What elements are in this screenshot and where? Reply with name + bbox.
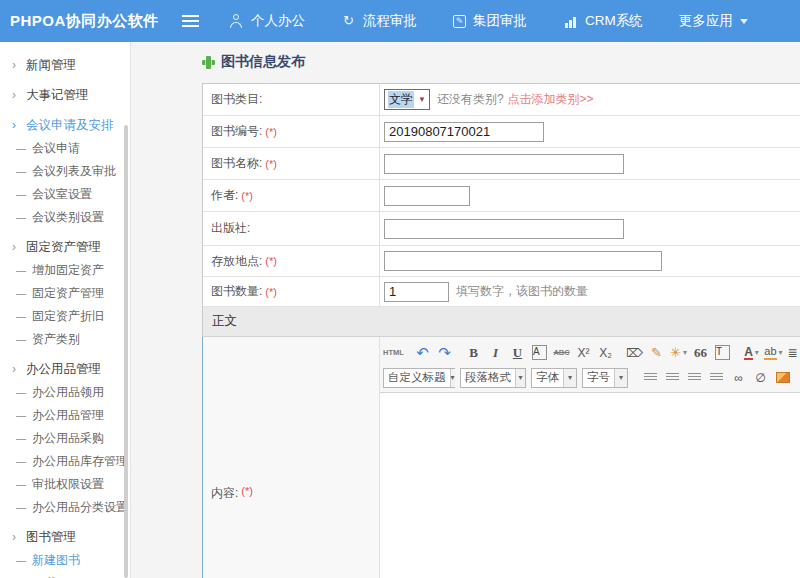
publisher-input[interactable]: [384, 219, 624, 239]
sidebar-item-child[interactable]: —会议类别设置: [0, 206, 130, 229]
align-right-icon[interactable]: [684, 368, 705, 388]
italic-icon[interactable]: I: [485, 343, 506, 363]
strikethrough-icon: ABC: [553, 348, 569, 357]
location-input[interactable]: [384, 251, 662, 271]
dash-icon: —: [16, 311, 32, 322]
add-category-link[interactable]: 点击添加类别>>: [508, 91, 594, 108]
chevron-right-icon: ›: [12, 118, 26, 132]
sidebar-item-child[interactable]: —固定资产折旧: [0, 305, 130, 328]
sidebar-item-child[interactable]: —办公用品采购: [0, 427, 130, 450]
insert-image-icon[interactable]: [772, 368, 793, 388]
heading-combo[interactable]: 自定义标题▾: [383, 368, 455, 388]
sidebar-item-child[interactable]: —资产类别: [0, 328, 130, 351]
paragraph-combo-label: 段落格式: [461, 370, 515, 385]
sidebar-item-group[interactable]: ›办公用品管理: [0, 357, 130, 381]
align-left-icon[interactable]: [640, 368, 661, 388]
sidebar-item-child[interactable]: —图书管理: [0, 572, 130, 578]
sidebar-item-child[interactable]: —会议列表及审批: [0, 160, 130, 183]
required-mark: (*): [265, 255, 277, 267]
nav-group-approval[interactable]: ✎ 集团审批: [453, 12, 527, 30]
required-mark: (*): [241, 485, 253, 497]
sidebar-item-child[interactable]: —办公用品库存管理: [0, 450, 130, 473]
sidebar-item-child[interactable]: —办公用品管理: [0, 404, 130, 427]
sidebar-item-child[interactable]: —增加固定资产: [0, 259, 130, 282]
dash-icon: —: [16, 143, 32, 154]
insert-media-icon[interactable]: [794, 368, 797, 388]
caret-down-icon: ▾: [563, 369, 576, 387]
redo-icon: ↷: [438, 344, 451, 362]
unlink-icon[interactable]: ∅: [750, 368, 771, 388]
book-number-input[interactable]: [384, 122, 544, 142]
sidebar-item-child[interactable]: —办公用品领用: [0, 381, 130, 404]
format-brush-icon[interactable]: ✎: [646, 343, 667, 363]
bold-icon[interactable]: B: [463, 343, 484, 363]
dash-icon: —: [16, 212, 32, 223]
font-color-icon[interactable]: A▾: [741, 343, 762, 363]
sidebar-item-label: 固定资产管理: [26, 239, 101, 256]
sidebar-scrollbar[interactable]: [124, 125, 128, 578]
dash-icon: —: [16, 479, 32, 490]
sidebar-item-label: 资产类别: [32, 331, 80, 348]
blockquote-icon[interactable]: 66: [690, 343, 711, 363]
sidebar-item-child[interactable]: —新建图书: [0, 549, 130, 572]
highlight-color-icon[interactable]: ab▾: [763, 343, 784, 363]
sidebar-item-label: 大事记管理: [26, 87, 89, 104]
sidebar-item-child[interactable]: —固定资产管理: [0, 282, 130, 305]
sidebar-item-child[interactable]: —审批权限设置: [0, 473, 130, 496]
nav-label: CRM系统: [585, 12, 643, 30]
sidebar-item-group[interactable]: ›图书管理: [0, 525, 130, 549]
category-select-value: 文学: [388, 91, 414, 108]
bold-icon: B: [469, 345, 478, 361]
sidebar-item-label: 办公用品分类设置: [32, 499, 128, 516]
source-code-icon[interactable]: HTML: [383, 343, 404, 363]
ordered-list-icon[interactable]: ≣▾: [785, 343, 797, 363]
caret-down-icon: ▾: [450, 369, 455, 387]
nav-personal-office[interactable]: 个人办公: [229, 12, 305, 30]
superscript-icon[interactable]: X²: [573, 343, 594, 363]
underline-icon[interactable]: U: [507, 343, 528, 363]
sidebar-item-group[interactable]: ›新闻管理: [0, 53, 130, 77]
dash-icon: —: [16, 410, 32, 421]
nav-more-apps[interactable]: 更多应用: [679, 12, 748, 30]
paste-word-icon[interactable]: T: [712, 343, 733, 363]
sidebar-item-group[interactable]: ›会议申请及安排: [0, 113, 130, 137]
dash-icon: —: [16, 456, 32, 467]
align-justify-icon[interactable]: [706, 368, 727, 388]
editor-content-area[interactable]: [380, 393, 800, 578]
nav-workflow-approval[interactable]: ↻ 流程审批: [341, 12, 417, 30]
redo-icon[interactable]: ↷: [434, 343, 455, 363]
link-icon[interactable]: ∞: [728, 368, 749, 388]
subscript-icon[interactable]: X₂: [595, 343, 616, 363]
book-form: 图书类目: 文学 ▼ 还没有类别? 点击添加类别>> 图书编号: (*): [202, 83, 800, 578]
sidebar-item-child[interactable]: —办公用品分类设置: [0, 496, 130, 519]
category-select[interactable]: 文学 ▼: [384, 89, 430, 110]
quantity-input[interactable]: [384, 282, 449, 302]
book-name-input[interactable]: [384, 154, 624, 174]
sidebar-item-label: 办公用品采购: [32, 430, 104, 447]
font-size-combo[interactable]: 字号▾: [582, 368, 628, 388]
sidebar-item-child[interactable]: —会议申请: [0, 137, 130, 160]
highlight-color-icon: ab: [764, 345, 776, 360]
sidebar-item-label: 会议列表及审批: [32, 163, 116, 180]
font-size-combo-label: 字号: [583, 370, 614, 385]
hamburger-menu-icon[interactable]: [182, 15, 199, 28]
auto-typeset-icon[interactable]: ✳▾: [668, 343, 689, 363]
nav-crm-system[interactable]: CRM系统: [563, 12, 643, 30]
font-family-combo[interactable]: 字体▾: [531, 368, 577, 388]
font-border-icon[interactable]: A: [529, 343, 550, 363]
field-label: 出版社:: [211, 220, 250, 237]
undo-icon[interactable]: ↶: [412, 343, 433, 363]
sidebar-item-child[interactable]: —会议室设置: [0, 183, 130, 206]
sidebar-item-label: 会议室设置: [32, 186, 92, 203]
eraser-icon[interactable]: ⌦: [624, 343, 645, 363]
sidebar-item-group[interactable]: ›固定资产管理: [0, 235, 130, 259]
sidebar-item-group[interactable]: ›大事记管理: [0, 83, 130, 107]
sidebar-item-label: 审批权限设置: [32, 476, 104, 493]
strikethrough-icon[interactable]: ABC: [551, 343, 572, 363]
paragraph-combo[interactable]: 段落格式▾: [460, 368, 526, 388]
select-arrow-icon: ▼: [418, 95, 426, 104]
caret-down-icon: ▾: [755, 348, 759, 357]
align-center-icon[interactable]: [662, 368, 683, 388]
align-justify-icon: [710, 373, 723, 382]
author-input[interactable]: [384, 186, 470, 206]
